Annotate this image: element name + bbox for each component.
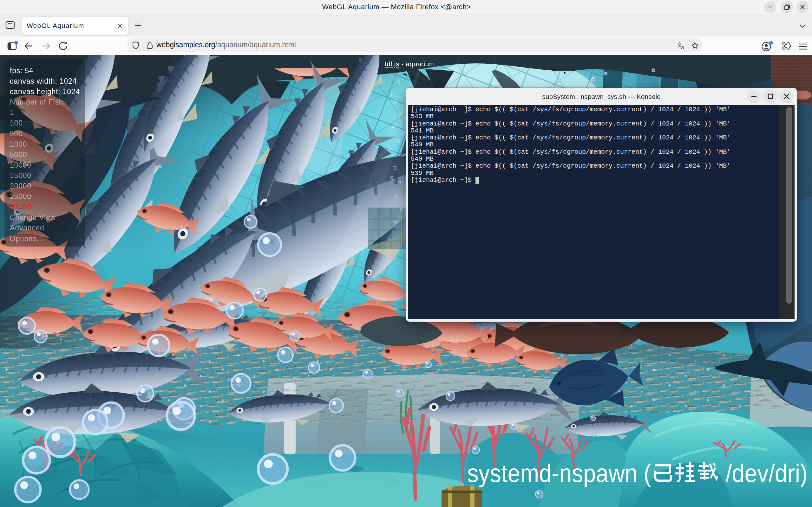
svg-text:A: A <box>681 45 684 50</box>
